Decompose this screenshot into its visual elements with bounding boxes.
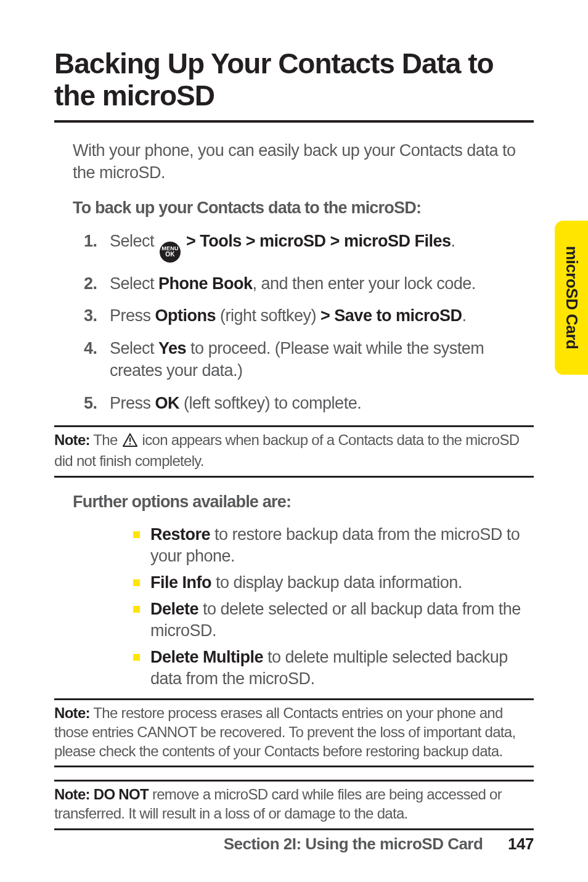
step-body: Select Yes to proceed. (Please wait whil… [110,337,534,382]
page-title: Backing Up Your Contacts Data to the mic… [54,48,534,112]
side-tab: microSD Card [555,221,588,375]
side-tab-label: microSD Card [562,246,581,349]
page-footer: Section 2I: Using the microSD Card 147 [54,835,534,854]
step-number: 3. [84,304,110,327]
manual-page: microSD Card Backing Up Your Contacts Da… [0,0,588,882]
step-body: Select Phone Book, and then enter your l… [110,272,534,295]
step-item: 4. Select Yes to proceed. (Please wait w… [84,337,534,382]
step-number: 5. [84,392,110,414]
subheading-backup: To back up your Contacts data to the mic… [73,198,534,218]
note-text: Note: The restore process erases all Con… [54,700,534,766]
note-block-2: Note: The restore process erases all Con… [54,698,534,767]
step-item: 5. Press OK (left softkey) to complete. [84,392,534,414]
step-item: 2. Select Phone Book, and then enter you… [84,272,534,295]
options-list: Restore to restore backup data from the … [133,524,534,690]
footer-section: Section 2I: Using the microSD Card [224,835,483,853]
intro-text: With your phone, you can easily back up … [73,140,534,184]
note-block-1: Note: The icon appears when backup of a … [54,425,534,477]
svg-rect-2 [129,443,131,445]
step-number: 2. [84,272,110,295]
option-item: Delete Multiple to delete multiple selec… [133,647,534,690]
step-item: 1. Select MENUOK > Tools > microSD > mic… [84,230,534,263]
menu-ok-icon: MENUOK [160,242,181,263]
note-block-3: Note: DO NOT remove a microSD card while… [54,780,534,830]
step-number: 4. [84,337,110,359]
step-number: 1. [84,230,110,252]
note-text: Note: DO NOT remove a microSD card while… [54,782,534,828]
option-item: Restore to restore backup data from the … [133,524,534,567]
step-body: Select MENUOK > Tools > microSD > microS… [110,230,534,263]
subheading-options: Further options available are: [73,492,534,512]
note-text: Note: The icon appears when backup of a … [54,427,534,475]
option-item: Delete to delete selected or all backup … [133,598,534,642]
step-body: Press Options (right softkey) > Save to … [110,304,534,327]
title-rule [54,120,534,123]
footer-page-number: 147 [508,835,534,854]
steps-list: 1. Select MENUOK > Tools > microSD > mic… [84,230,534,414]
step-body: Press OK (left softkey) to complete. [110,392,534,414]
svg-rect-1 [129,438,131,442]
warning-icon [123,433,137,452]
option-item: File Info to display backup data informa… [133,572,534,594]
step-item: 3. Press Options (right softkey) > Save … [84,304,534,327]
note-rule [54,828,534,830]
